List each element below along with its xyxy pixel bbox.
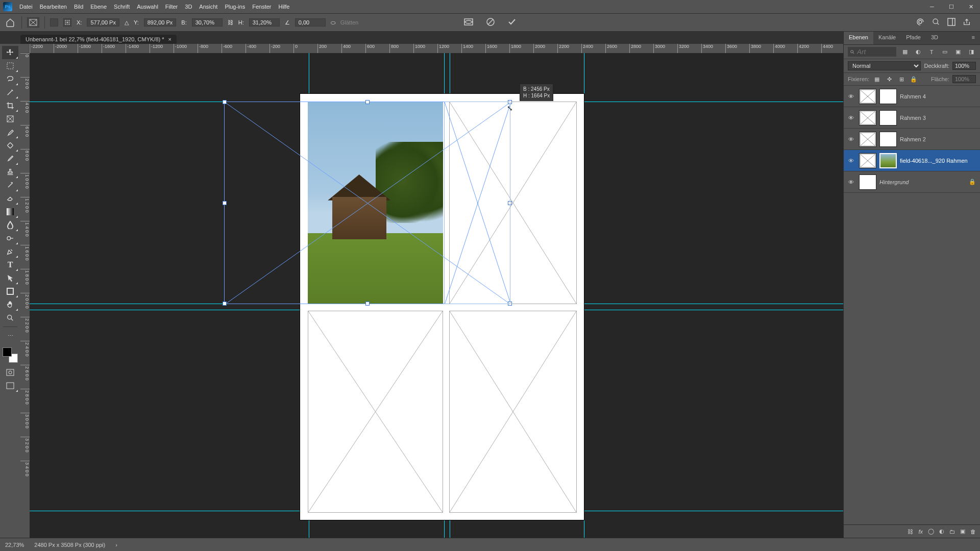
fg-color-swatch[interactable] xyxy=(3,347,12,357)
menu-filter[interactable]: Filter xyxy=(165,4,178,10)
close-tab-icon[interactable]: × xyxy=(168,36,172,42)
wand-tool[interactable] xyxy=(2,86,18,99)
vertical-ruler[interactable]: 02 0 04 0 06 0 08 0 01 0 0 01 2 0 01 4 0… xyxy=(20,53,30,538)
home-icon[interactable] xyxy=(4,16,16,29)
zoom-level[interactable]: 22,73% xyxy=(5,542,24,548)
filter-adjust-icon[interactable]: ◐ xyxy=(914,48,923,56)
frame-tool[interactable] xyxy=(2,112,18,126)
hand-tool[interactable] xyxy=(2,298,18,311)
link-icon[interactable]: ⛓ xyxy=(228,19,233,26)
lock-all-icon[interactable]: 🔒 xyxy=(909,75,918,83)
link-layers-icon[interactable]: ⛓ xyxy=(908,529,913,535)
color-swatches[interactable] xyxy=(3,347,18,363)
x-value[interactable]: 577,00 Px xyxy=(87,18,119,27)
type-tool[interactable]: T xyxy=(2,258,18,271)
transform-handle-n[interactable] xyxy=(365,100,370,104)
layer-row[interactable]: 👁 field-40618..._920 Rahmen xyxy=(844,150,980,171)
frame-bottom-left[interactable] xyxy=(308,311,443,513)
visibility-icon[interactable]: 👁 xyxy=(846,179,856,185)
tab-ebenen[interactable]: Ebenen xyxy=(844,32,873,44)
opacity-input[interactable] xyxy=(952,62,976,70)
lock-artboard-icon[interactable]: ⊞ xyxy=(897,75,906,83)
lock-pixels-icon[interactable]: ▦ xyxy=(872,75,881,83)
visibility-icon[interactable]: 👁 xyxy=(846,115,856,121)
width-value[interactable]: 30,70% xyxy=(192,18,223,27)
commit-transform-icon[interactable] xyxy=(507,17,517,28)
triangle-icon[interactable]: △ xyxy=(125,19,129,26)
reference-point-grid-icon[interactable] xyxy=(63,18,71,27)
quickmask-icon[interactable] xyxy=(2,366,18,379)
menu-bearbeiten[interactable]: Bearbeiten xyxy=(40,4,67,10)
filter-shape-icon[interactable]: ▭ xyxy=(940,48,949,56)
layer-name[interactable]: field-40618..._920 Rahmen xyxy=(900,158,978,164)
fx-icon[interactable]: fx xyxy=(918,529,923,535)
gradient-tool[interactable] xyxy=(2,205,18,218)
screenmode-icon[interactable] xyxy=(2,379,18,392)
marquee-tool[interactable] xyxy=(2,59,18,72)
visibility-icon[interactable]: 👁 xyxy=(846,158,856,164)
ruler-origin[interactable] xyxy=(20,44,30,53)
share-icon[interactable] xyxy=(963,18,971,27)
transform-handle-nw[interactable] xyxy=(223,100,227,104)
heal-tool[interactable] xyxy=(2,139,18,152)
filter-pixel-icon[interactable]: ▦ xyxy=(900,48,910,56)
menu-hilfe[interactable]: Hilfe xyxy=(278,4,289,10)
tab-pfade[interactable]: Pfade xyxy=(901,32,926,44)
zoom-tool[interactable] xyxy=(2,311,18,324)
new-layer-icon[interactable]: ▣ xyxy=(960,528,965,535)
skew-icon[interactable]: ⬭ xyxy=(331,19,335,26)
cloud-docs-icon[interactable] xyxy=(916,17,925,28)
menu-ansicht[interactable]: Ansicht xyxy=(199,4,217,10)
height-value[interactable]: 31,20% xyxy=(249,18,280,27)
horizontal-ruler[interactable]: -2200-2000-1800-1600-1400-1200-1000-800-… xyxy=(30,44,843,53)
layer-name[interactable]: Hintergrund xyxy=(879,179,966,185)
layer-row[interactable]: 👁 Rahmen 3 xyxy=(844,107,980,129)
filter-smart-icon[interactable]: ▣ xyxy=(953,48,963,56)
shape-tool[interactable] xyxy=(2,285,18,298)
warp-icon[interactable] xyxy=(463,18,474,27)
menu-3d[interactable]: 3D xyxy=(185,4,192,10)
tab-kanaele[interactable]: Kanäle xyxy=(873,32,901,44)
filter-type-icon[interactable]: T xyxy=(927,48,936,56)
window-maximize-icon[interactable]: ☐ xyxy=(945,2,958,11)
visibility-icon[interactable]: 👁 xyxy=(846,136,856,142)
canvas-viewport[interactable]: B : 2456 Px H : 1664 Px ⤡ xyxy=(30,53,843,538)
document-info[interactable]: 2480 Px x 3508 Px (300 ppi) xyxy=(34,542,105,548)
layer-name[interactable]: Rahmen 3 xyxy=(900,115,978,121)
layer-row[interactable]: 👁 Rahmen 2 xyxy=(844,129,980,150)
mask-icon[interactable]: ◯ xyxy=(928,528,934,535)
lock-icon[interactable]: 🔒 xyxy=(969,179,978,185)
crop-tool[interactable] xyxy=(2,99,18,112)
reference-point-icon[interactable] xyxy=(50,18,58,27)
document-tab[interactable]: Unbenannt-1 bei 22,7% (field-406181_1920… xyxy=(20,35,177,44)
layer-name[interactable]: Rahmen 4 xyxy=(900,93,978,99)
panel-menu-icon[interactable]: ≡ xyxy=(967,32,980,44)
group-icon[interactable]: 🗀 xyxy=(949,529,955,535)
search-icon[interactable] xyxy=(932,18,940,27)
filter-toggle-icon[interactable]: ◨ xyxy=(967,48,976,56)
brush-tool[interactable] xyxy=(2,152,18,165)
window-close-icon[interactable]: ✕ xyxy=(965,2,977,11)
y-value[interactable]: 892,00 Px xyxy=(144,18,177,27)
blend-mode-select[interactable]: Normal xyxy=(848,61,921,70)
pen-tool[interactable] xyxy=(2,245,18,258)
lock-position-icon[interactable]: ✜ xyxy=(885,75,894,83)
tab-3d[interactable]: 3D xyxy=(926,32,943,44)
visibility-icon[interactable]: 👁 xyxy=(846,93,856,99)
fill-input[interactable] xyxy=(952,75,976,83)
layer-row[interactable]: 👁 Rahmen 4 xyxy=(844,86,980,107)
content-transform-box[interactable] xyxy=(444,102,510,304)
menu-auswahl[interactable]: Auswahl xyxy=(137,4,158,10)
layer-name[interactable]: Rahmen 2 xyxy=(900,136,978,142)
frame-bottom-right[interactable] xyxy=(449,311,577,513)
path-select-tool[interactable] xyxy=(2,271,18,285)
move-tool[interactable] xyxy=(2,46,18,59)
guide-vertical[interactable] xyxy=(584,53,584,538)
menu-schrift[interactable]: Schrift xyxy=(114,4,130,10)
cancel-transform-icon[interactable] xyxy=(486,17,495,28)
dodge-tool[interactable] xyxy=(2,232,18,245)
layer-search-input[interactable] xyxy=(857,48,894,56)
eraser-tool[interactable] xyxy=(2,192,18,205)
menu-datei[interactable]: Datei xyxy=(19,4,33,10)
window-minimize-icon[interactable]: ─ xyxy=(926,2,938,11)
